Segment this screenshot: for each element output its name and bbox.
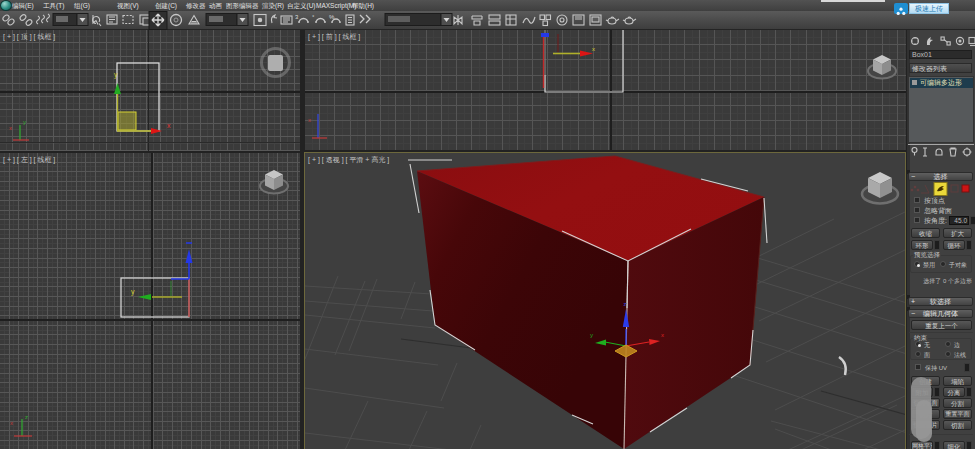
svg-text:z: z xyxy=(25,414,28,420)
svg-text:x: x xyxy=(10,420,13,426)
svg-text:z: z xyxy=(624,301,627,307)
svg-text:x: x xyxy=(167,122,171,129)
svg-text:y: y xyxy=(590,332,593,338)
svg-text:°: ° xyxy=(312,14,315,20)
svg-text:y: y xyxy=(131,288,135,296)
svg-text:y: y xyxy=(114,71,118,79)
svg-text:3: 3 xyxy=(295,14,299,20)
svg-text:x: x xyxy=(592,46,595,52)
svg-text:x: x xyxy=(308,117,311,123)
svg-text:x: x xyxy=(661,332,664,338)
svg-text:x: x xyxy=(9,125,12,131)
svg-text:y: y xyxy=(23,119,26,125)
svg-text:%: % xyxy=(329,14,335,20)
